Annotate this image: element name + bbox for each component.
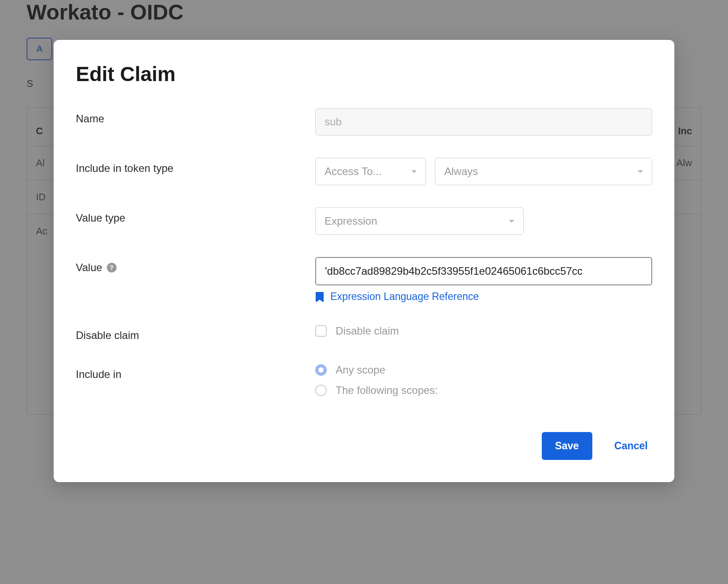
form-row-name: Name sub <box>76 108 652 136</box>
label-include-token: Include in token type <box>76 158 315 175</box>
token-when-value: Always <box>444 165 478 178</box>
save-button[interactable]: Save <box>542 432 592 460</box>
token-type-value: Access To... <box>325 165 382 178</box>
value-type-value: Expression <box>325 215 377 227</box>
form-row-token-type: Include in token type Access To... Alway… <box>76 158 652 185</box>
form-row-disable-claim: Disable claim Disable claim <box>76 325 652 342</box>
edit-claim-modal: Edit Claim Name sub Include in token typ… <box>54 40 674 482</box>
radio-any-scope[interactable] <box>315 364 327 376</box>
include-in-radio-group: Any scope The following scopes: <box>315 364 652 397</box>
label-value: Value ? <box>76 257 315 274</box>
label-value-text: Value <box>76 261 102 274</box>
modal-title: Edit Claim <box>76 62 652 86</box>
modal-footer: Save Cancel <box>76 432 652 460</box>
disable-claim-checkbox-label: Disable claim <box>336 325 399 337</box>
token-type-select[interactable]: Access To... <box>315 158 426 185</box>
label-include-in: Include in <box>76 364 315 381</box>
form-row-include-in: Include in Any scope The following scope… <box>76 364 652 397</box>
expression-reference-link[interactable]: Expression Language Reference <box>315 291 652 303</box>
cancel-button[interactable]: Cancel <box>610 432 652 460</box>
chevron-down-icon <box>509 220 514 223</box>
form-row-value: Value ? 'db8cc7ad89829b4b2c5f33955f1e024… <box>76 257 652 303</box>
label-value-type: Value type <box>76 207 315 224</box>
value-input[interactable]: 'db8cc7ad89829b4b2c5f33955f1e02465061c6b… <box>315 257 652 285</box>
radio-any-scope-label: Any scope <box>336 364 385 376</box>
radio-following-scopes-label: The following scopes: <box>336 384 438 397</box>
form-row-value-type: Value type Expression <box>76 207 652 235</box>
value-type-select[interactable]: Expression <box>315 207 524 235</box>
token-when-select[interactable]: Always <box>435 158 652 185</box>
chevron-down-icon <box>411 170 417 173</box>
modal-overlay: Edit Claim Name sub Include in token typ… <box>0 0 728 584</box>
chevron-down-icon <box>638 170 643 173</box>
help-icon[interactable]: ? <box>107 263 117 273</box>
label-disable-claim: Disable claim <box>76 325 315 342</box>
radio-following-scopes[interactable] <box>315 385 327 396</box>
expression-reference-text: Expression Language Reference <box>330 291 479 303</box>
bookmark-icon <box>315 292 324 302</box>
disable-claim-checkbox[interactable] <box>315 325 327 337</box>
name-input[interactable]: sub <box>315 108 652 136</box>
label-name: Name <box>76 108 315 125</box>
